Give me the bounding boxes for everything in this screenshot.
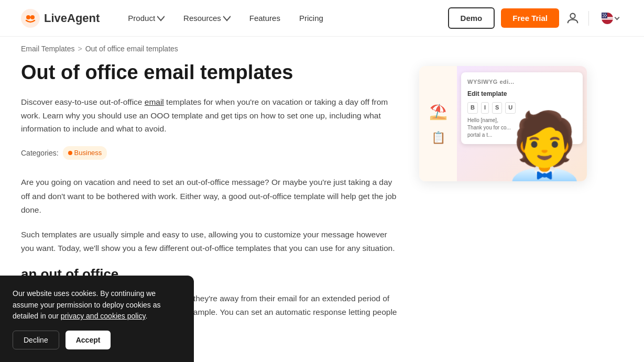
- nav-features[interactable]: Features: [242, 8, 288, 29]
- person-illustration: 🧑‍💼: [502, 113, 587, 181]
- breadcrumb-separator: >: [78, 43, 82, 54]
- svg-point-2: [30, 15, 35, 19]
- chevron-down-icon: [157, 15, 165, 22]
- hero-img-left: ⛱️ 📋: [419, 66, 457, 181]
- svg-point-0: [21, 9, 40, 28]
- breadcrumb: Email Templates > Out of office email te…: [0, 37, 644, 61]
- svg-point-7: [603, 14, 604, 15]
- hero-wysiwyg-label: WYSIWYG edi...: [467, 78, 576, 87]
- logo-icon: [21, 9, 40, 28]
- chevron-down-icon: [223, 15, 231, 22]
- nav-product[interactable]: Product: [121, 8, 172, 29]
- breadcrumb-current: Out of office email templates: [85, 43, 178, 54]
- hero-img-right: WYSIWYG edi... Edit template B I S U Hel…: [457, 66, 587, 181]
- decline-button[interactable]: Decline: [13, 331, 59, 349]
- business-tag[interactable]: Business: [63, 146, 107, 160]
- nav-actions: Demo Free Trial: [448, 7, 623, 29]
- svg-rect-6: [602, 18, 613, 19]
- nav-pricing[interactable]: Pricing: [292, 8, 331, 29]
- article-para-2: Such templates are usually simple and ea…: [21, 228, 398, 256]
- hero-image-column: ⛱️ 📋 WYSIWYG edi... Edit template B I S …: [419, 61, 587, 362]
- email-link[interactable]: email: [145, 97, 164, 106]
- accept-button[interactable]: Accept: [66, 331, 111, 349]
- svg-point-1: [26, 15, 30, 19]
- svg-point-8: [605, 14, 606, 15]
- logo-text: LiveAgent: [44, 9, 100, 27]
- categories-row: Categories: Business: [21, 146, 398, 160]
- categories-label: Categories:: [21, 147, 59, 159]
- nav-resources[interactable]: Resources: [176, 8, 238, 29]
- article-para-1: Are you going on vacation and need to se…: [21, 175, 398, 217]
- flag-chevron-icon: [615, 15, 620, 20]
- svg-point-3: [570, 13, 575, 18]
- page-title: Out of office email templates: [21, 61, 398, 85]
- italic-btn: I: [481, 102, 489, 114]
- beach-icon: ⛱️: [429, 101, 447, 124]
- breadcrumb-parent[interactable]: Email Templates: [21, 43, 74, 54]
- cookie-actions: Decline Accept: [13, 331, 181, 349]
- logo-link[interactable]: LiveAgent: [21, 9, 100, 28]
- free-trial-button[interactable]: Free Trial: [501, 8, 559, 28]
- hero-edit-label: Edit template: [467, 89, 576, 99]
- bold-btn: B: [467, 102, 478, 114]
- demo-button[interactable]: Demo: [448, 7, 495, 29]
- nav-links: Product Resources Features Pricing: [121, 8, 447, 29]
- intro-paragraph: Discover easy-to-use out-of-office email…: [21, 95, 398, 136]
- cookie-text: Our website uses cookies. By continuing …: [13, 288, 181, 322]
- cookie-banner: Our website uses cookies. By continuing …: [0, 276, 194, 362]
- navbar: LiveAgent Product Resources Features Pri…: [0, 0, 644, 37]
- svg-point-11: [603, 16, 604, 17]
- svg-point-10: [606, 15, 607, 16]
- hero-image-box: ⛱️ 📋 WYSIWYG edi... Edit template B I S …: [419, 66, 587, 181]
- doc-icon: 📋: [431, 128, 445, 147]
- us-flag-icon: [602, 13, 613, 24]
- language-selector[interactable]: [597, 10, 623, 26]
- nav-divider: [588, 11, 589, 26]
- svg-point-9: [604, 15, 605, 16]
- tag-dot-icon: [68, 151, 72, 155]
- user-icon[interactable]: [565, 11, 580, 26]
- cookie-policy-link[interactable]: privacy and cookies policy: [61, 312, 146, 320]
- svg-point-12: [605, 16, 606, 17]
- strike-btn: S: [492, 102, 502, 114]
